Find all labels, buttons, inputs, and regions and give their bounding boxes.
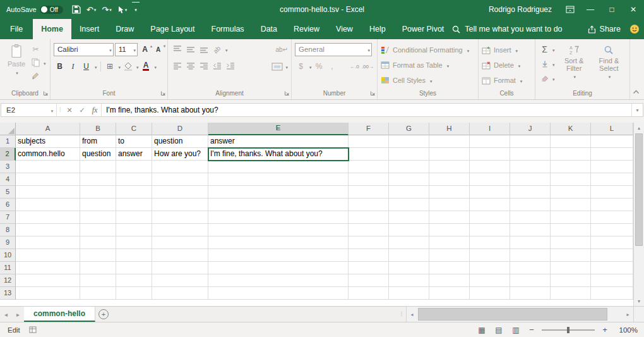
align-middle-button[interactable]: [184, 43, 196, 56]
cell-I3[interactable]: [470, 161, 510, 173]
find-select-button[interactable]: Find & Select: [592, 41, 626, 89]
italic-button[interactable]: I: [67, 60, 79, 73]
maximize-button[interactable]: □: [601, 0, 623, 19]
row-header-8[interactable]: 8: [0, 224, 16, 236]
zoom-in-button[interactable]: +: [600, 325, 609, 334]
cell-K11[interactable]: [551, 262, 591, 274]
cell-E12[interactable]: [208, 274, 349, 287]
delete-dropdown-icon[interactable]: [517, 61, 521, 69]
cell-styles-dropdown-icon[interactable]: [429, 77, 432, 84]
cell-E9[interactable]: [208, 236, 349, 249]
cell-H13[interactable]: [429, 287, 470, 300]
cell-B13[interactable]: [80, 287, 116, 300]
cell-L7[interactable]: [591, 211, 633, 224]
cell-A7[interactable]: [16, 211, 80, 224]
cell-F5[interactable]: [349, 186, 389, 199]
cell-D4[interactable]: [152, 173, 208, 186]
cell-F3[interactable]: [349, 161, 389, 173]
underline-dropdown-icon[interactable]: [93, 62, 97, 71]
cell-B6[interactable]: [80, 199, 116, 211]
borders-dropdown-icon[interactable]: [117, 62, 121, 71]
formula-input[interactable]: I'm fine, thanks. What about you?: [101, 104, 631, 116]
cell-C3[interactable]: [116, 161, 152, 173]
ribbon-tab-view[interactable]: View: [328, 19, 361, 39]
autosave-pill[interactable]: Off: [40, 6, 63, 14]
cell-I2[interactable]: [470, 148, 510, 161]
cell-A1[interactable]: subjects: [16, 135, 80, 148]
cell-K10[interactable]: [551, 249, 591, 262]
format-dropdown-icon[interactable]: [519, 77, 523, 84]
autosum-button[interactable]: Σ: [539, 43, 551, 56]
cell-D8[interactable]: [152, 224, 208, 236]
cell-H5[interactable]: [429, 186, 470, 199]
cell-L5[interactable]: [591, 186, 633, 199]
cell-I11[interactable]: [470, 262, 510, 274]
cell-G13[interactable]: [389, 287, 429, 300]
fill-button[interactable]: [539, 58, 551, 70]
zoom-level[interactable]: 100%: [615, 326, 638, 334]
font-name-dropdown-icon[interactable]: [108, 45, 112, 54]
cell-K1[interactable]: [551, 135, 591, 148]
cell-B11[interactable]: [80, 262, 116, 274]
cell-A2[interactable]: common.hello: [16, 148, 80, 161]
cell-B8[interactable]: [80, 224, 116, 236]
cell-L1[interactable]: [591, 135, 633, 148]
cell-K4[interactable]: [551, 173, 591, 186]
cell-K2[interactable]: [551, 148, 591, 161]
cell-B2[interactable]: question: [80, 148, 116, 161]
cell-K3[interactable]: [551, 161, 591, 173]
column-header-K[interactable]: K: [551, 123, 591, 135]
cell-J3[interactable]: [510, 161, 551, 173]
column-header-L[interactable]: L: [591, 123, 633, 135]
cell-J4[interactable]: [510, 173, 551, 186]
cell-J6[interactable]: [510, 199, 551, 211]
row-header-5[interactable]: 5: [0, 186, 16, 199]
font-size-combo[interactable]: 11: [115, 43, 138, 56]
cell-I5[interactable]: [470, 186, 510, 199]
number-dialog-launcher[interactable]: [370, 89, 376, 98]
formula-bar-splitter[interactable]: [57, 104, 63, 116]
cell-B10[interactable]: [80, 249, 116, 262]
cell-K8[interactable]: [551, 224, 591, 236]
cell-C4[interactable]: [116, 173, 152, 186]
row-header-11[interactable]: 11: [0, 262, 16, 274]
cell-D2[interactable]: How are you?: [152, 148, 208, 161]
cell-D6[interactable]: [152, 199, 208, 211]
cell-L9[interactable]: [591, 236, 633, 249]
ribbon-tab-home[interactable]: Home: [33, 19, 71, 39]
merge-dropdown-icon[interactable]: [284, 62, 288, 71]
page-layout-view-button[interactable]: ▤: [493, 326, 504, 334]
column-header-F[interactable]: F: [349, 123, 389, 135]
paste-button[interactable]: Paste: [3, 41, 30, 89]
ribbon-tab-formulas[interactable]: Formulas: [203, 19, 253, 39]
row-header-1[interactable]: 1: [0, 135, 16, 148]
cell-A11[interactable]: [16, 262, 80, 274]
column-header-J[interactable]: J: [510, 123, 551, 135]
cell-L2[interactable]: [591, 148, 633, 161]
align-bottom-button[interactable]: [198, 43, 210, 56]
cell-G6[interactable]: [389, 199, 429, 211]
ribbon-tab-insert[interactable]: Insert: [71, 19, 107, 39]
cell-F9[interactable]: [349, 236, 389, 249]
cell-L4[interactable]: [591, 173, 633, 186]
copy-dropdown-icon[interactable]: [42, 58, 46, 67]
cell-G11[interactable]: [389, 262, 429, 274]
delete-cells-button[interactable]: Delete: [482, 58, 532, 73]
cell-E13[interactable]: [208, 287, 349, 300]
insert-function-button[interactable]: fx: [88, 104, 101, 116]
cell-A8[interactable]: [16, 224, 80, 236]
cell-F11[interactable]: [349, 262, 389, 274]
cell-A6[interactable]: [16, 199, 80, 211]
bold-button[interactable]: B: [54, 60, 66, 73]
cell-K5[interactable]: [551, 186, 591, 199]
cell-F10[interactable]: [349, 249, 389, 262]
cell-B1[interactable]: from: [80, 135, 116, 148]
undo-dropdown-icon[interactable]: ▾: [94, 8, 97, 12]
cell-H7[interactable]: [429, 211, 470, 224]
ribbon-tab-file[interactable]: File: [0, 19, 33, 39]
conditional-formatting-dropdown-icon[interactable]: [466, 46, 470, 54]
cell-A12[interactable]: [16, 274, 80, 287]
ribbon-tab-data[interactable]: Data: [253, 19, 285, 39]
cell-H10[interactable]: [429, 249, 470, 262]
column-header-C[interactable]: C: [116, 123, 152, 135]
